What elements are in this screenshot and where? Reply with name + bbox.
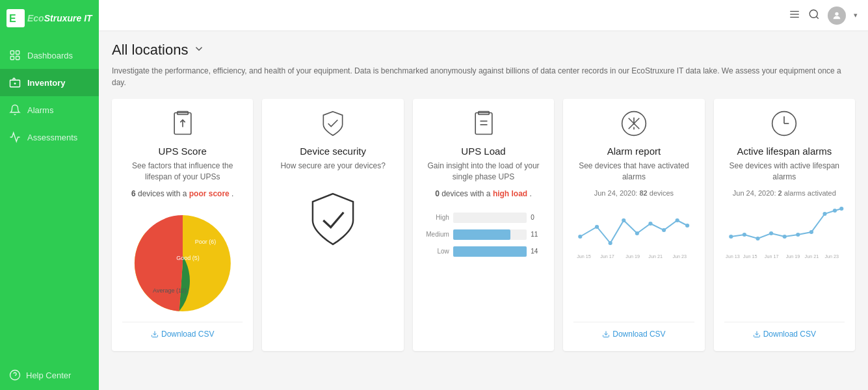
bar-track-medium (453, 229, 527, 240)
svg-point-14 (809, 10, 817, 18)
svg-point-41 (685, 224, 689, 228)
svg-point-40 (676, 218, 679, 222)
ups-load-card: UPS Load Gain insight into the load of y… (413, 99, 554, 351)
svg-text:Jun 21: Jun 21 (649, 254, 663, 259)
logo: E EcoStruxure IT (0, 0, 99, 36)
main-content: ▾ All locations Investigate the performa… (99, 0, 868, 390)
svg-text:Jun 21: Jun 21 (804, 254, 819, 259)
svg-text:Jun 15: Jun 15 (743, 254, 757, 259)
ups-load-stat: 0 devices with a high load . (435, 189, 532, 198)
assessment-icon (9, 131, 21, 143)
svg-rect-2 (10, 51, 14, 54)
alarm-report-footer: Download CSV (573, 322, 694, 341)
sidebar-item-inventory[interactable]: Inventory (0, 69, 99, 96)
sidebar: E EcoStruxure IT Dashboards Inventory (0, 0, 99, 390)
ups-score-stat: 6 devices with a poor score . (131, 189, 233, 198)
alarm-date-text: Jun 24, 2020: (594, 189, 638, 197)
svg-point-36 (622, 218, 625, 222)
svg-point-55 (782, 235, 786, 239)
lifespan-line-chart: Jun 13 Jun 15 Jun 17 Jun 19 Jun 21 Jun 2… (724, 201, 845, 262)
svg-text:Poor (6): Poor (6) (194, 239, 216, 245)
ups-load-count: 0 (435, 189, 440, 198)
menu-icon[interactable] (789, 8, 800, 23)
svg-rect-3 (16, 51, 20, 54)
svg-text:E: E (9, 13, 16, 24)
active-lifespan-download[interactable]: Download CSV (753, 330, 816, 339)
bar-label-high: High (423, 214, 449, 221)
active-lifespan-card: Active lifespan alarms See devices with … (714, 99, 855, 351)
logo-text: EcoStruxure IT (27, 13, 92, 23)
svg-point-33 (578, 235, 582, 239)
alarm-report-icon (620, 109, 648, 140)
svg-text:Jun 19: Jun 19 (785, 254, 800, 259)
ups-score-icon (168, 109, 197, 140)
svg-text:Average (12): Average (12) (153, 287, 187, 294)
ups-score-footer: Download CSV (122, 322, 243, 341)
alarm-report-title: Alarm report (607, 146, 661, 157)
alarm-icon (9, 104, 21, 116)
svg-point-39 (662, 228, 666, 232)
alarm-report-download[interactable]: Download CSV (602, 330, 665, 339)
sidebar-item-inventory-label: Inventory (27, 78, 66, 88)
sidebar-item-assessments[interactable]: Assessments (0, 124, 99, 151)
device-security-card: Device security How secure are your devi… (262, 99, 403, 351)
topbar: ▾ (99, 0, 868, 31)
alarm-report-card: Alarm report See devices that have activ… (563, 99, 704, 351)
lifespan-date-unit: alarms activated (784, 189, 836, 197)
svg-point-35 (609, 241, 612, 245)
svg-text:Good (5): Good (5) (176, 255, 200, 261)
ups-load-highlight: high load (493, 189, 527, 198)
device-security-title: Device security (300, 146, 366, 157)
device-security-icon (319, 109, 347, 140)
sidebar-item-dashboards[interactable]: Dashboards (0, 42, 99, 69)
active-lifespan-title: Active lifespan alarms (737, 146, 832, 157)
svg-point-56 (796, 233, 800, 237)
svg-text:Jun 13: Jun 13 (726, 254, 740, 259)
bar-label-low: Low (423, 248, 449, 255)
ups-load-stat-text: devices with a (441, 189, 493, 198)
bar-row-high: High 0 (423, 213, 544, 223)
ups-score-subtitle: See factors that influence the lifespan … (122, 161, 243, 183)
lifespan-download-label: Download CSV (763, 330, 816, 339)
ups-score-title: UPS Score (159, 146, 207, 157)
ups-load-bar-chart: High 0 Medium 11 Low (423, 210, 544, 266)
location-dropdown[interactable] (193, 43, 205, 57)
page-description: Investigate the performance, efficiency,… (112, 65, 855, 88)
ups-score-download[interactable]: Download CSV (151, 330, 214, 339)
device-security-subtitle: How secure are your devices? (280, 161, 385, 172)
page-title: All locations (112, 42, 188, 58)
user-dropdown-arrow[interactable]: ▾ (854, 11, 858, 20)
svg-point-60 (839, 207, 843, 211)
active-lifespan-footer: Download CSV (724, 322, 845, 341)
active-lifespan-icon (770, 109, 798, 140)
ups-score-stat-text: devices with a (138, 189, 189, 198)
ups-score-download-label: Download CSV (161, 330, 214, 339)
active-lifespan-subtitle: See devices with active lifespan alarms (724, 161, 845, 183)
alarm-report-subtitle: See devices that have activated alarms (573, 161, 694, 183)
ups-load-icon (469, 109, 498, 140)
search-icon[interactable] (808, 8, 820, 23)
bar-row-low: Low 14 (423, 246, 544, 257)
svg-rect-24 (475, 113, 492, 135)
inventory-icon (9, 77, 21, 88)
svg-point-16 (835, 12, 838, 15)
sidebar-item-dashboards-label: Dashboards (27, 51, 73, 60)
svg-rect-4 (10, 57, 14, 60)
bar-track-high (453, 213, 527, 223)
svg-point-34 (595, 225, 599, 229)
svg-text:Jun 17: Jun 17 (600, 254, 614, 259)
user-avatar[interactable] (828, 6, 846, 25)
alarm-date-unit: devices (650, 189, 674, 197)
svg-point-52 (742, 233, 746, 237)
svg-text:Jun 19: Jun 19 (626, 254, 640, 259)
alarm-date-count: 82 (639, 189, 647, 197)
lifespan-date-count: 2 (778, 189, 782, 197)
bar-track-low (453, 246, 527, 257)
sidebar-item-alarms[interactable]: Alarms (0, 96, 99, 124)
svg-line-15 (816, 16, 818, 18)
help-center[interactable]: Help Center (0, 360, 99, 390)
ups-load-subtitle: Gain insight into the load of your singl… (423, 161, 544, 183)
device-security-shield (304, 191, 362, 252)
svg-rect-5 (16, 57, 20, 60)
sidebar-item-alarms-label: Alarms (27, 105, 53, 115)
